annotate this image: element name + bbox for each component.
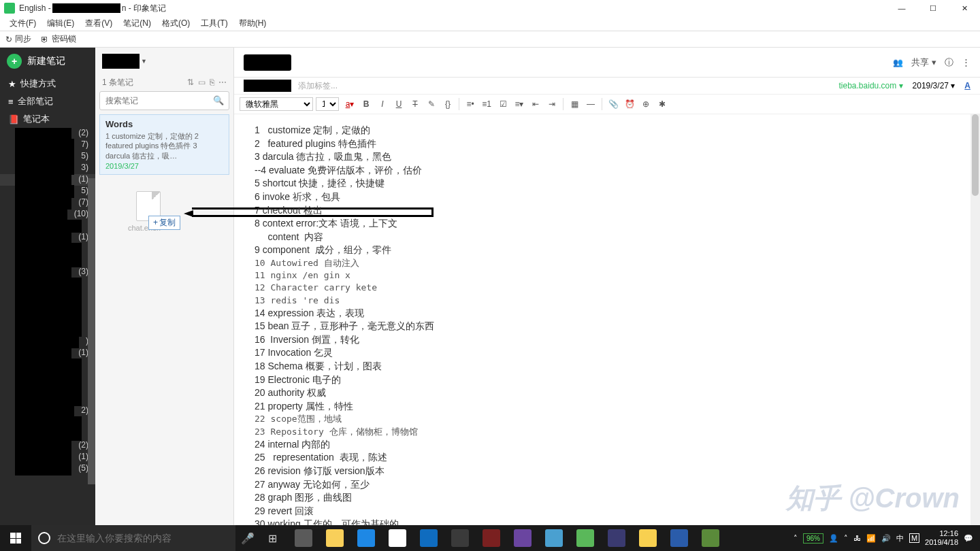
- notebook-item[interactable]: [0, 371, 95, 382]
- notebook-item[interactable]: 5): [0, 186, 95, 197]
- close-button[interactable]: ✕: [949, 0, 980, 16]
- notebook-item[interactable]: (1): [0, 348, 95, 359]
- taskbar-app[interactable]: [696, 525, 725, 551]
- notebook-item[interactable]: (1): [0, 174, 95, 186]
- notebook-item[interactable]: [0, 417, 95, 429]
- notebook-item[interactable]: [0, 429, 95, 440]
- taskbar-app[interactable]: [414, 525, 444, 551]
- editor-content[interactable]: 1 customize 定制，定做的2 featured plugins 特色插…: [234, 114, 980, 551]
- sidebar-nav-item[interactable]: ★快捷方式: [0, 75, 95, 93]
- editor-scrollbar[interactable]: [970, 114, 980, 551]
- notebook-item[interactable]: (2): [0, 128, 95, 139]
- maximize-button[interactable]: ☐: [917, 0, 949, 16]
- battery-indicator[interactable]: 96%: [803, 533, 823, 544]
- taskbar-app[interactable]: [570, 525, 600, 551]
- link-button[interactable]: ⊕: [638, 97, 653, 112]
- taskbar-app[interactable]: [320, 525, 350, 551]
- network-icon[interactable]: 🖧: [853, 534, 861, 542]
- notebook-item[interactable]: 7): [0, 139, 95, 151]
- more-icon[interactable]: ⋯: [218, 78, 227, 87]
- sidebar-scrollbar[interactable]: [88, 178, 95, 484]
- notebook-item[interactable]: (7): [0, 197, 95, 209]
- sidebar-nav-item[interactable]: ≡全部笔记: [0, 93, 95, 110]
- hr-button[interactable]: —: [583, 97, 598, 112]
- code-button[interactable]: {}: [440, 97, 455, 112]
- people-icon[interactable]: 👤: [829, 534, 838, 543]
- info-icon[interactable]: ⓘ: [945, 56, 953, 69]
- italic-button[interactable]: I: [375, 97, 390, 112]
- notebook-item[interactable]: (3): [0, 267, 95, 278]
- bullet-list-button[interactable]: ≡•: [463, 97, 478, 112]
- filter-icon[interactable]: ⎘: [210, 78, 214, 87]
- menu-item[interactable]: 帮助(H): [233, 16, 272, 31]
- notebook-item[interactable]: [0, 382, 95, 394]
- taskbar-app[interactable]: [476, 525, 506, 551]
- text-color-button[interactable]: a▾: [342, 97, 357, 112]
- share-button[interactable]: 共享 ▾: [911, 56, 936, 69]
- clock[interactable]: 12:16 2019/4/18: [925, 529, 958, 547]
- ime-mode-icon[interactable]: M: [909, 533, 919, 543]
- notebook-item[interactable]: 3): [0, 163, 95, 174]
- tray-chevron-icon[interactable]: ˄: [794, 534, 798, 543]
- notebook-item[interactable]: (5): [0, 463, 95, 475]
- taskbar-app[interactable]: [445, 525, 475, 551]
- reminder-button[interactable]: ⏰: [622, 97, 637, 112]
- mic-icon[interactable]: 🎤: [235, 532, 260, 545]
- wifi-icon[interactable]: 📶: [866, 534, 876, 543]
- underline-button[interactable]: U: [391, 97, 406, 112]
- more-menu-icon[interactable]: ⋮: [962, 57, 970, 67]
- menu-item[interactable]: 工具(T): [195, 16, 233, 31]
- number-list-button[interactable]: ≡1: [479, 97, 494, 112]
- menu-item[interactable]: 笔记(N): [118, 16, 157, 31]
- tray-up-icon[interactable]: ˄: [844, 534, 848, 543]
- checkbox-button[interactable]: ☑: [495, 97, 510, 112]
- notebook-item[interactable]: [0, 301, 95, 313]
- bold-button[interactable]: B: [359, 97, 374, 112]
- notebook-item[interactable]: ): [0, 336, 95, 348]
- copy-button[interactable]: + 复制: [148, 216, 180, 230]
- size-select[interactable]: 10: [316, 97, 339, 111]
- notebook-item[interactable]: 5): [0, 151, 95, 163]
- sidebar-nav-item[interactable]: 📕笔记本: [0, 110, 95, 128]
- taskbar-app[interactable]: [539, 525, 569, 551]
- new-note-button[interactable]: + 新建笔记: [0, 48, 95, 75]
- taskbar-app[interactable]: [664, 525, 694, 551]
- start-button[interactable]: [0, 525, 31, 551]
- notebook-item[interactable]: 2): [0, 405, 95, 417]
- notebook-item[interactable]: [0, 220, 95, 232]
- notebook-item[interactable]: [0, 278, 95, 290]
- volume-icon[interactable]: 🔊: [881, 534, 891, 543]
- notifications-icon[interactable]: 💬: [964, 534, 973, 543]
- menu-item[interactable]: 编辑(E): [42, 16, 80, 31]
- ime-indicator[interactable]: 中: [896, 533, 904, 544]
- taskbar-search-input[interactable]: [57, 533, 229, 544]
- notebook-item[interactable]: [0, 255, 95, 267]
- notebook-item[interactable]: [0, 290, 95, 301]
- lock-button[interactable]: ⛨ 密码锁: [41, 33, 76, 45]
- notebook-item[interactable]: (2): [0, 440, 95, 452]
- scrollbar-thumb[interactable]: [972, 114, 979, 196]
- taskbar-app[interactable]: [508, 525, 538, 551]
- taskbar-search[interactable]: [31, 525, 235, 551]
- font-select[interactable]: 微软雅黑: [240, 97, 313, 111]
- drop-zone[interactable]: chat.enex + 复制: [95, 178, 233, 551]
- taskview-icon[interactable]: ⊞: [260, 532, 284, 545]
- notebook-item[interactable]: [0, 324, 95, 336]
- notebook-item[interactable]: [0, 394, 95, 405]
- taskbar-app[interactable]: [289, 525, 318, 551]
- menu-item[interactable]: 查看(V): [80, 16, 118, 31]
- menu-item[interactable]: 文件(F): [4, 16, 42, 31]
- indent-button[interactable]: ⇥: [544, 97, 559, 112]
- notebook-item[interactable]: (10): [0, 209, 95, 220]
- taskbar-app[interactable]: [602, 525, 632, 551]
- dropdown-icon[interactable]: ▼: [141, 58, 147, 65]
- source-url[interactable]: tieba.baidu.com ▾: [839, 81, 903, 90]
- note-date-label[interactable]: 2019/3/27 ▾: [913, 81, 956, 90]
- notebook-item[interactable]: [0, 244, 95, 255]
- strike-button[interactable]: T: [408, 97, 423, 112]
- taskbar-app[interactable]: [351, 525, 381, 551]
- remove-format-button[interactable]: ✱: [655, 97, 670, 112]
- outdent-button[interactable]: ⇤: [528, 97, 543, 112]
- table-button[interactable]: ▦: [567, 97, 582, 112]
- align-button[interactable]: ≡▾: [512, 97, 527, 112]
